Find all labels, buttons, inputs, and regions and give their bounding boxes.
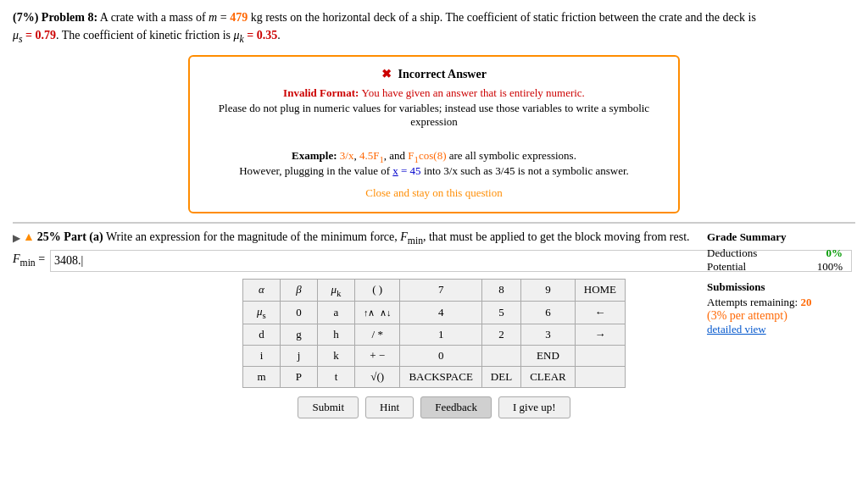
key-div-mult[interactable]: / *	[354, 324, 400, 345]
key-d[interactable]: d	[242, 324, 280, 345]
grade-potential-row: Potential 100%	[707, 260, 843, 274]
key-alpha[interactable]: α	[242, 279, 280, 302]
problem-number: Problem 8:	[42, 11, 97, 24]
key-a[interactable]: a	[317, 302, 354, 324]
keyboard-row-4: m P t √() BACKSPACE DEL CLEAR	[242, 366, 625, 387]
key-t[interactable]: t	[317, 366, 354, 387]
key-h[interactable]: h	[317, 324, 354, 345]
divider	[13, 222, 855, 224]
key-1[interactable]: 1	[400, 324, 481, 345]
grade-deductions-row: Deductions 0%	[707, 246, 843, 260]
hint-button[interactable]: Hint	[365, 396, 414, 418]
key-m[interactable]: m	[242, 366, 280, 387]
invalid-format-text: Please do not plug in numeric values for…	[207, 102, 661, 129]
problem-statement: (7%) Problem 8: A crate with a mass of m…	[13, 8, 855, 47]
attempts-value: 20	[800, 296, 811, 308]
key-0-greek[interactable]: 0	[280, 302, 317, 324]
part-a-label: 25% Part (a) Write an expression for the…	[37, 230, 690, 246]
key-parens[interactable]: ( )	[354, 279, 400, 302]
keyboard-table: α β μk ( ) 7 8 9 HOME μs 0 a ↑∧ ∧↓	[242, 279, 626, 388]
keyboard-row-3: i j k + − 0 END	[242, 345, 625, 366]
key-up-arrows[interactable]: ↑∧ ∧↓	[354, 302, 400, 324]
action-buttons-row: Submit Hint Feedback I give up!	[298, 396, 570, 418]
key-plus-minus[interactable]: + −	[354, 345, 400, 366]
key-9[interactable]: 9	[521, 279, 576, 302]
grade-summary-title: Grade Summary	[707, 230, 843, 244]
key-5[interactable]: 5	[481, 302, 520, 324]
attempts-remaining: Attempts remaining: 20	[707, 296, 843, 309]
keyboard-row-1: μs 0 a ↑∧ ∧↓ 4 5 6 ←	[242, 302, 625, 324]
key-3[interactable]: 3	[521, 324, 576, 345]
key-sqrt[interactable]: √()	[354, 366, 400, 387]
detailed-view-link[interactable]: detailed view	[707, 323, 843, 336]
key-mu-k[interactable]: μk	[317, 279, 354, 302]
close-link[interactable]: Close and stay on this question	[207, 186, 661, 200]
key-i[interactable]: i	[242, 345, 280, 366]
expand-arrow-icon[interactable]: ▶	[13, 232, 20, 245]
attempts-label: Attempts remaining:	[707, 296, 798, 308]
key-empty-1	[481, 345, 520, 366]
key-end[interactable]: END	[521, 345, 576, 366]
key-del[interactable]: DEL	[481, 366, 520, 387]
per-attempt: (3% per attempt)	[707, 309, 843, 323]
key-empty-3	[575, 366, 625, 387]
give-up-button[interactable]: I give up!	[498, 396, 570, 418]
grade-summary-box: Grade Summary Deductions 0% Potential 10…	[707, 230, 843, 336]
main-content: Grade Summary Deductions 0% Potential 10…	[13, 230, 855, 418]
key-0-num[interactable]: 0	[400, 345, 481, 366]
key-j[interactable]: j	[280, 345, 317, 366]
deductions-value: 0%	[826, 246, 843, 260]
feedback-button[interactable]: Feedback	[420, 396, 492, 418]
potential-label: Potential	[707, 260, 746, 274]
key-p[interactable]: P	[280, 366, 317, 387]
key-6[interactable]: 6	[521, 302, 576, 324]
x-icon: ✖	[381, 68, 392, 80]
key-right-arrow[interactable]: →	[575, 324, 625, 345]
key-mu-s[interactable]: μs	[242, 302, 280, 324]
key-4[interactable]: 4	[400, 302, 481, 324]
deductions-label: Deductions	[707, 246, 757, 260]
key-home[interactable]: HOME	[575, 279, 625, 302]
submissions-title: Submissions	[707, 280, 843, 294]
potential-value: 100%	[817, 260, 843, 274]
example-block: Example: 3/x, 4.5F1, and F1cos(8) are al…	[207, 136, 661, 178]
keyboard-row-2: d g h / * 1 2 3 →	[242, 324, 625, 345]
key-empty-2	[575, 345, 625, 366]
key-clear[interactable]: CLEAR	[521, 366, 576, 387]
incorrect-title: ✖ Incorrect Answer	[207, 67, 661, 81]
key-g[interactable]: g	[280, 324, 317, 345]
key-8[interactable]: 8	[481, 279, 520, 302]
problem-percent: (7%)	[13, 11, 38, 24]
key-2[interactable]: 2	[481, 324, 520, 345]
warning-triangle-icon: ▲	[23, 230, 35, 244]
key-beta[interactable]: β	[280, 279, 317, 302]
invalid-format-label: Invalid Format: You have given an answer…	[207, 86, 661, 100]
key-k[interactable]: k	[317, 345, 354, 366]
key-backspace[interactable]: BACKSPACE	[400, 366, 481, 387]
key-left-arrow[interactable]: ←	[575, 302, 625, 324]
submit-button[interactable]: Submit	[298, 396, 359, 418]
incorrect-answer-box: ✖ Incorrect Answer Invalid Format: You h…	[188, 55, 680, 213]
key-7[interactable]: 7	[400, 279, 481, 302]
keyboard-row-0: α β μk ( ) 7 8 9 HOME	[242, 279, 625, 302]
fmin-label: Fmin =	[13, 252, 45, 269]
